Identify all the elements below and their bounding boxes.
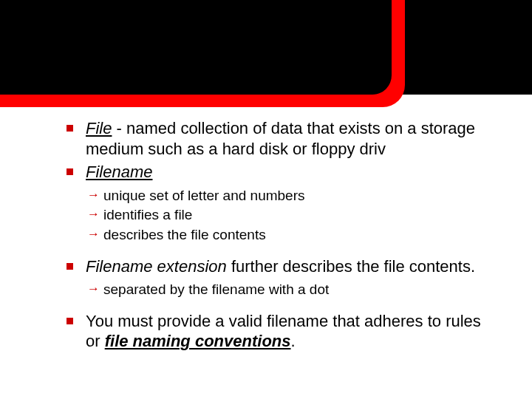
bullet-item: Filename extension further describes the… bbox=[66, 256, 495, 277]
sub-bullet-item: unique set of letter and numbers bbox=[87, 187, 495, 205]
bullet-item: Filename bbox=[66, 162, 495, 183]
bullet-list: File - named collection of data that exi… bbox=[66, 118, 495, 352]
bullet-item: File - named collection of data that exi… bbox=[66, 118, 495, 159]
sub-bullet-item: separated by the filename with a dot bbox=[87, 281, 495, 299]
sub-bullet-item: describes the file contents bbox=[87, 226, 495, 245]
sub-bullet-list: unique set of letter and numbersidentifi… bbox=[87, 187, 495, 245]
sub-bullet-item: identifies a file bbox=[87, 206, 495, 225]
bullet-item: You must provide a valid filename that a… bbox=[66, 311, 495, 352]
slide: File - named collection of data that exi… bbox=[0, 0, 532, 399]
header-black-tab bbox=[0, 0, 392, 95]
slide-body: File - named collection of data that exi… bbox=[66, 118, 495, 365]
sub-bullet-list: separated by the filename with a dot bbox=[87, 281, 495, 299]
